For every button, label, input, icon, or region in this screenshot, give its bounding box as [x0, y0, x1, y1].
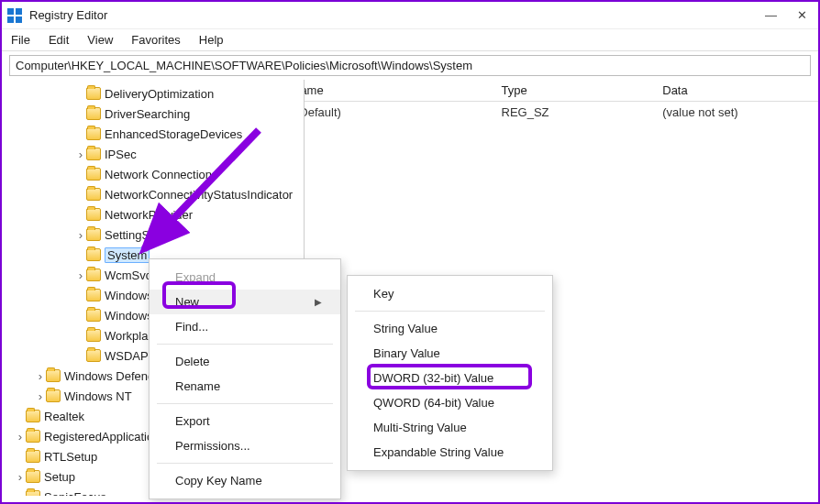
cell-name: (Default) — [305, 102, 496, 123]
chevron-icon[interactable]: › — [35, 369, 46, 383]
folder-icon — [26, 490, 40, 496]
folder-icon — [26, 450, 40, 463]
ctx-new-expandable[interactable]: Expandable String Value — [348, 440, 552, 465]
folder-icon — [86, 228, 101, 241]
close-button[interactable]: ✕ — [797, 8, 807, 22]
chevron-icon[interactable]: › — [75, 268, 86, 282]
chevron-icon[interactable]: › — [15, 470, 26, 484]
tree-item-label: WcmSvc — [105, 268, 151, 282]
menubar: File Edit View Favorites Help — [2, 29, 818, 51]
chevron-icon[interactable]: › — [15, 430, 26, 444]
menu-file[interactable]: File — [11, 33, 30, 47]
minimize-button[interactable]: — — [765, 8, 777, 22]
folder-icon — [26, 430, 40, 443]
context-submenu-new: Key String Value Binary Value DWORD (32-… — [347, 275, 553, 471]
tree-item[interactable]: NetworkConnectivityStatusIndicator — [6, 184, 302, 204]
folder-icon — [86, 309, 101, 322]
col-header-type[interactable]: Type — [496, 80, 658, 101]
folder-icon — [46, 369, 61, 382]
chevron-icon[interactable]: › — [75, 228, 86, 242]
ctx-find[interactable]: Find... — [150, 314, 340, 339]
ctx-rename[interactable]: Rename — [150, 374, 340, 399]
tree-item[interactable]: NetworkProvider — [6, 204, 302, 225]
window-controls: — ✕ — [765, 8, 813, 22]
folder-icon — [86, 208, 101, 221]
folder-icon — [86, 127, 101, 140]
svg-rect-1 — [16, 8, 22, 15]
folder-icon — [26, 470, 40, 483]
tree-item-label: RTLSetup — [44, 450, 97, 464]
tree-item-label: NetworkProvider — [105, 208, 193, 222]
cell-type: REG_SZ — [496, 102, 658, 123]
path-input[interactable]: Computer\HKEY_LOCAL_MACHINE\SOFTWARE\Pol… — [9, 55, 811, 76]
ctx-new-string[interactable]: String Value — [348, 316, 552, 341]
folder-icon — [86, 289, 101, 301]
tree-item-label: NetworkConnectivityStatusIndicator — [105, 188, 293, 202]
ctx-new-dword[interactable]: DWORD (32-bit) Value — [348, 366, 552, 390]
ctx-new-binary[interactable]: Binary Value — [348, 341, 552, 366]
tree-item-label: Windows NT — [64, 389, 132, 403]
ctx-new[interactable]: New ▶ — [150, 290, 340, 314]
folder-icon — [46, 389, 61, 402]
separator — [355, 311, 545, 312]
chevron-right-icon: ▶ — [315, 297, 322, 307]
folder-icon — [86, 268, 101, 281]
ctx-expand: Expand — [150, 265, 340, 290]
ctx-new-multistring[interactable]: Multi-String Value — [348, 415, 552, 440]
tree-item-label: DeliveryOptimization — [105, 87, 214, 101]
tree-item-label: WSDAPI — [105, 349, 151, 363]
menu-edit[interactable]: Edit — [49, 33, 69, 47]
cell-data: (value not set) — [657, 102, 818, 123]
tree-item-label: Network Connections — [105, 168, 218, 181]
tree-item[interactable]: Network Connections — [6, 164, 302, 184]
ctx-new-key[interactable]: Key — [348, 281, 552, 306]
tree-item[interactable]: DeliveryOptimization — [6, 83, 302, 104]
tree-item-label: System — [105, 247, 150, 263]
path-bar: Computer\HKEY_LOCAL_MACHINE\SOFTWARE\Pol… — [2, 51, 818, 80]
separator — [157, 344, 333, 345]
ctx-export[interactable]: Export — [150, 409, 340, 433]
folder-icon — [86, 329, 101, 342]
folder-icon — [26, 410, 40, 422]
column-headers: Name Type Data — [305, 80, 818, 102]
tree-item-label: Realtek — [44, 410, 84, 423]
col-header-name[interactable]: Name — [305, 80, 496, 101]
menu-help[interactable]: Help — [199, 33, 224, 47]
separator — [157, 463, 333, 464]
menu-view[interactable]: View — [87, 33, 113, 47]
tree-item-label: IPSec — [105, 148, 137, 161]
ctx-copy-key-name[interactable]: Copy Key Name — [150, 468, 340, 493]
tree-item[interactable]: ›SettingSync — [6, 225, 302, 245]
col-header-data[interactable]: Data — [657, 80, 818, 101]
folder-icon — [86, 87, 101, 100]
tree-item-label: Setup — [44, 470, 75, 484]
tree-item[interactable]: DriverSearching — [6, 104, 302, 124]
svg-rect-0 — [7, 8, 14, 15]
tree-item-label: SonicFocus — [44, 490, 106, 497]
tree-item[interactable]: EnhancedStorageDevices — [6, 124, 302, 144]
svg-rect-2 — [7, 16, 14, 23]
app-icon — [7, 8, 22, 23]
tree-item-label: EnhancedStorageDevices — [105, 127, 242, 141]
ctx-permissions[interactable]: Permissions... — [150, 433, 340, 458]
folder-icon — [86, 349, 101, 362]
chevron-icon[interactable]: › — [75, 148, 86, 161]
context-menu: Expand New ▶ Find... Delete Rename Expor… — [149, 258, 341, 499]
svg-rect-3 — [16, 16, 22, 23]
chevron-icon[interactable]: › — [35, 389, 46, 403]
tree-item-label: DriverSearching — [105, 107, 190, 121]
folder-icon — [86, 168, 101, 181]
table-row[interactable]: (Default) REG_SZ (value not set) — [305, 102, 818, 123]
tree-item[interactable]: ›IPSec — [6, 144, 302, 164]
ctx-new-label: New — [175, 295, 199, 309]
folder-icon — [86, 248, 101, 261]
window-title: Registry Editor — [29, 8, 107, 22]
menu-favorites[interactable]: Favorites — [131, 33, 180, 47]
folder-icon — [86, 148, 101, 160]
titlebar: Registry Editor — ✕ — [2, 2, 818, 29]
folder-icon — [86, 188, 101, 201]
ctx-new-qword[interactable]: QWORD (64-bit) Value — [348, 390, 552, 415]
tree-item-label: SettingSync — [105, 228, 168, 242]
separator — [157, 403, 333, 404]
ctx-delete[interactable]: Delete — [150, 349, 340, 374]
